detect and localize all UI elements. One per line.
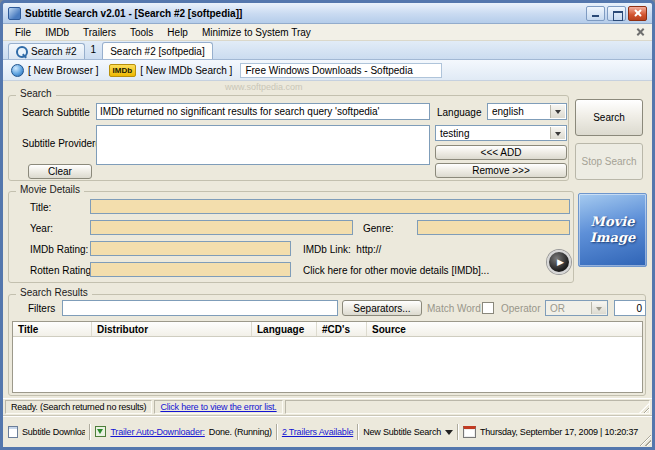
imdb-link-label: IMDb Link: http://	[303, 244, 381, 255]
menu-imdb[interactable]: IMDb	[38, 26, 76, 39]
movie-image-placeholder: Movie Image	[578, 193, 647, 267]
imdb-link-value[interactable]: http://	[356, 244, 381, 255]
new-subtitle-search-button[interactable]: New Subtitle Search	[363, 427, 441, 437]
status-bar: Ready. (Search returned no results) Clic…	[3, 398, 652, 415]
movie-details-group-label: Movie Details	[16, 184, 84, 195]
main-content: www.softpedia.com Search Movie Details S…	[3, 81, 652, 398]
match-word-label: Match Word	[427, 303, 481, 314]
language-label: Language	[437, 107, 482, 118]
maximize-icon[interactable]	[607, 6, 626, 21]
window-controls	[586, 6, 647, 21]
remove-provider-button[interactable]: Remove >>>	[435, 163, 567, 178]
title-bar: Subtitle Search v2.01 - [Search #2 [soft…	[3, 3, 652, 24]
play-trailer-button[interactable]: ▶	[547, 250, 571, 274]
app-icon	[8, 7, 21, 20]
new-imdb-search-button[interactable]: IMDb [ New IMDb Search ]	[107, 63, 235, 78]
title-label: Title:	[30, 202, 51, 213]
imdb-rating-field[interactable]	[90, 241, 291, 256]
result-count-value: 0	[636, 303, 642, 314]
clear-button[interactable]: Clear	[28, 164, 92, 179]
tab-search-2-softpedia[interactable]: Search #2 [softpedia]	[102, 42, 213, 59]
provider-select-value: testing	[440, 128, 469, 139]
new-imdb-search-label: [ New IMDb Search ]	[140, 65, 232, 76]
tab-label: Search #2 [softpedia]	[110, 46, 205, 57]
results-table-header: Title Distributor Language #CD's Source	[13, 322, 642, 337]
operator-label: Operator	[501, 303, 540, 314]
play-icon: ▶	[557, 257, 564, 267]
add-provider-button[interactable]: <<< ADD	[435, 145, 567, 160]
column-header-source[interactable]: Source	[367, 322, 642, 336]
column-header-language[interactable]: Language	[252, 322, 317, 336]
trailers-available-link[interactable]: 2 Trailers Available	[282, 427, 353, 437]
trailer-auto-downloader-link[interactable]: Trailer Auto-Downloader:	[110, 427, 204, 437]
movie-image-text-2: Image	[590, 230, 636, 246]
tab-counter: 1	[88, 44, 100, 57]
search-subtitle-label: Search Subtitle	[22, 107, 90, 118]
stop-search-button: Stop Search	[575, 143, 643, 180]
search-button[interactable]: Search	[575, 99, 643, 136]
genre-field[interactable]	[417, 220, 570, 235]
filters-input[interactable]	[62, 300, 338, 316]
language-value: english	[492, 106, 524, 117]
match-word-checkbox[interactable]	[482, 302, 494, 314]
close-document-icon[interactable]	[634, 26, 647, 38]
watermark: www.softpedia.com	[225, 82, 303, 92]
tab-search-2[interactable]: Search #2	[8, 43, 85, 59]
movie-image-text-1: Movie	[591, 214, 635, 230]
language-select[interactable]: english	[487, 103, 567, 120]
imdb-icon: IMDb	[109, 64, 137, 77]
chevron-down-icon[interactable]	[550, 105, 565, 118]
download-location-text: Subtitle Download Location: C:\Use	[22, 427, 85, 437]
other-movie-details-link[interactable]: Click here for other movie details [IMDb…	[303, 265, 489, 276]
year-field[interactable]	[90, 220, 353, 235]
search-subtitle-input[interactable]: IMDb returned no significant results for…	[96, 103, 430, 120]
result-count-input[interactable]: 0	[614, 300, 646, 316]
page-title-text: Free Windows Downloads - Softpedia	[245, 65, 412, 76]
menu-help[interactable]: Help	[160, 26, 195, 39]
rotten-rating-label: Rotten Rating:	[30, 265, 94, 276]
imdb-rating-label: IMDb Rating:	[30, 244, 88, 255]
file-icon	[8, 426, 18, 438]
page-title-field[interactable]: Free Windows Downloads - Softpedia	[240, 63, 442, 78]
bottom-status-bar: Subtitle Download Location: C:\Use Trail…	[3, 415, 652, 447]
tab-bar: Search #2 1 Search #2 [softpedia]	[3, 41, 652, 60]
chevron-down-icon[interactable]	[445, 430, 453, 439]
chevron-down-icon	[591, 302, 606, 314]
search-results-group-label: Search Results	[16, 287, 92, 298]
separators-button[interactable]: Separators...	[342, 300, 422, 316]
column-header-cds[interactable]: #CD's	[317, 322, 367, 336]
datetime-text: Thursday, September 17, 2009 | 10:20:37	[480, 427, 638, 437]
subtitle-provider-listbox[interactable]	[96, 125, 430, 165]
provider-select[interactable]: testing	[435, 125, 567, 141]
status-error-panel: Click here to view the error list.	[154, 400, 282, 414]
menu-tools[interactable]: Tools	[123, 26, 160, 39]
close-icon[interactable]	[628, 6, 647, 21]
rotten-rating-field[interactable]	[90, 262, 291, 277]
menu-minimize-to-tray[interactable]: Minimize to System Tray	[195, 26, 318, 39]
error-list-link[interactable]: Click here to view the error list.	[160, 402, 276, 412]
column-header-distributor[interactable]: Distributor	[92, 322, 252, 336]
menu-trailers[interactable]: Trailers	[76, 26, 123, 39]
window-title: Subtitle Search v2.01 - [Search #2 [soft…	[25, 8, 242, 19]
minimize-icon[interactable]	[586, 6, 605, 21]
status-ready-panel: Ready. (Search returned no results)	[5, 400, 152, 414]
chevron-down-icon[interactable]	[550, 127, 565, 139]
search-subtitle-value: IMDb returned no significant results for…	[100, 106, 380, 117]
resize-grip[interactable]	[639, 403, 649, 413]
year-label: Year:	[30, 223, 53, 234]
new-browser-button[interactable]: [ New Browser ]	[9, 63, 101, 78]
search-icon	[16, 46, 27, 57]
status-ready-text: Ready. (Search returned no results)	[11, 402, 146, 412]
resize-grip[interactable]	[638, 433, 651, 446]
operator-select: OR	[545, 300, 608, 316]
menu-file[interactable]: File	[8, 26, 38, 39]
new-browser-label: [ New Browser ]	[28, 65, 99, 76]
column-header-title[interactable]: Title	[13, 322, 92, 336]
status-empty-panel	[285, 400, 650, 414]
app-window: Subtitle Search v2.01 - [Search #2 [soft…	[0, 0, 655, 450]
results-table: Title Distributor Language #CD's Source	[12, 321, 643, 393]
globe-icon	[11, 64, 24, 77]
download-arrow-icon	[95, 426, 106, 437]
results-table-body[interactable]	[13, 337, 642, 392]
title-field[interactable]	[90, 199, 570, 214]
